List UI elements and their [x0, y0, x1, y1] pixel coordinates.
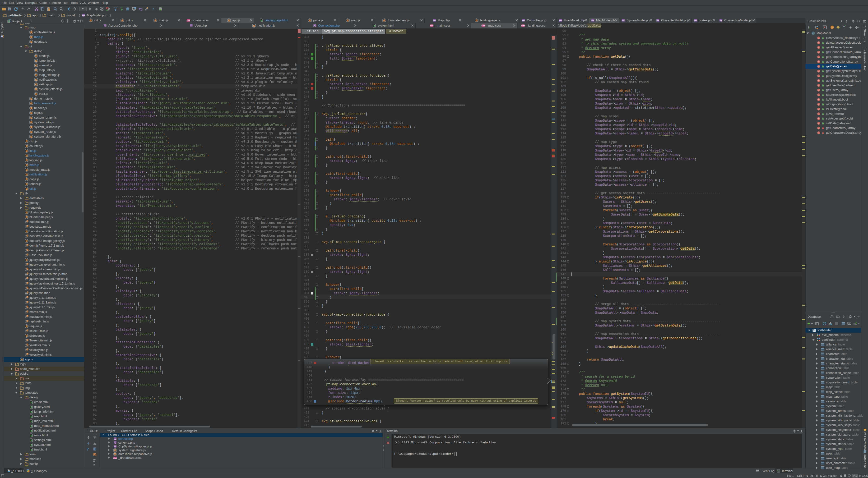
- svg-text:m: m: [818, 37, 819, 39]
- svg-text:QL: QL: [848, 323, 850, 325]
- svg-text:010: 010: [25, 269, 28, 271]
- svg-text:m: m: [818, 127, 819, 129]
- svg-text:JS: JS: [26, 325, 28, 327]
- svg-text:?: ?: [153, 7, 154, 11]
- svg-text:>_: >_: [777, 470, 780, 472]
- svg-text:php: php: [694, 20, 697, 21]
- svg-text:010: 010: [25, 308, 28, 309]
- svg-text:SASS: SASS: [482, 25, 485, 27]
- svg-text:JS: JS: [26, 145, 28, 147]
- svg-text:JS: JS: [26, 188, 28, 190]
- svg-text:SASS: SASS: [186, 20, 190, 21]
- svg-text:JS: JS: [27, 245, 28, 246]
- svg-text:JS: JS: [31, 41, 33, 43]
- svg-text:JS: JS: [27, 263, 28, 265]
- svg-text:JS: JS: [31, 131, 33, 133]
- svg-text:JS: JS: [309, 20, 311, 21]
- svg-text:JS: JS: [26, 183, 28, 185]
- svg-text:JS: JS: [26, 212, 28, 213]
- svg-text:m: m: [818, 56, 819, 58]
- svg-text:VCS: VCS: [114, 7, 117, 8]
- svg-text:m: m: [818, 94, 819, 96]
- svg-text:JS: JS: [27, 344, 28, 346]
- svg-text:JS: JS: [27, 254, 28, 255]
- svg-text:m: m: [818, 132, 819, 134]
- svg-text:JS: JS: [27, 287, 28, 289]
- svg-text:JS: JS: [26, 155, 28, 157]
- svg-text:JS: JS: [27, 301, 28, 303]
- svg-text:JS: JS: [31, 98, 33, 100]
- svg-text:php: php: [657, 20, 659, 21]
- svg-text:JS: JS: [114, 453, 117, 455]
- svg-text:m: m: [818, 46, 819, 49]
- svg-text:JS: JS: [31, 126, 33, 128]
- svg-text:JS: JS: [27, 292, 28, 293]
- svg-text:php: php: [720, 20, 722, 21]
- svg-text:m: m: [818, 42, 819, 44]
- svg-text:JS: JS: [26, 150, 28, 152]
- svg-text:JS: JS: [228, 20, 230, 21]
- svg-text:010: 010: [25, 251, 28, 252]
- svg-text:JS: JS: [27, 278, 28, 279]
- svg-text:010: 010: [25, 303, 28, 305]
- svg-text:010: 010: [25, 350, 28, 352]
- svg-text:010: 010: [25, 284, 28, 285]
- svg-text:JS: JS: [27, 339, 28, 341]
- svg-text:JS: JS: [27, 268, 28, 269]
- svg-text:010: 010: [25, 346, 28, 347]
- svg-text:JS: JS: [35, 89, 37, 90]
- svg-text:m: m: [818, 118, 819, 120]
- svg-text:SASS: SASS: [114, 457, 117, 459]
- svg-text:JS: JS: [27, 273, 28, 274]
- svg-text:JS: JS: [35, 84, 37, 85]
- svg-text:JS: JS: [26, 160, 28, 161]
- svg-text:JS: JS: [90, 20, 92, 21]
- svg-text:php: php: [82, 15, 85, 16]
- svg-text:m: m: [818, 103, 819, 105]
- svg-text:010: 010: [25, 227, 28, 229]
- svg-text:m: m: [818, 99, 819, 101]
- svg-text:php: php: [114, 446, 117, 447]
- svg-text:JS: JS: [27, 311, 28, 312]
- svg-text:m: m: [818, 113, 819, 115]
- svg-text:JS: JS: [26, 169, 28, 171]
- svg-text:php: php: [313, 25, 316, 27]
- svg-text:JS: JS: [31, 32, 33, 33]
- svg-text:m: m: [818, 80, 819, 82]
- svg-text:JS: JS: [31, 103, 33, 104]
- svg-text:010: 010: [25, 312, 28, 314]
- svg-text:JS: JS: [27, 316, 28, 317]
- svg-text:m: m: [818, 61, 819, 63]
- svg-text:JS: JS: [35, 69, 37, 71]
- svg-text:A: A: [61, 8, 62, 10]
- svg-text:010: 010: [25, 341, 28, 342]
- svg-text:JS: JS: [114, 450, 117, 451]
- svg-text:JS: JS: [26, 164, 28, 166]
- svg-text:f: f: [832, 26, 833, 29]
- svg-text:JS: JS: [253, 25, 255, 27]
- svg-text:m: m: [818, 108, 819, 110]
- svg-text:m: m: [818, 85, 819, 87]
- svg-text:C: C: [812, 32, 814, 35]
- svg-text:JS: JS: [27, 297, 28, 298]
- svg-text:php: php: [522, 20, 525, 21]
- svg-text:JS: JS: [347, 20, 349, 21]
- svg-text:JS: JS: [27, 330, 28, 331]
- svg-text:010: 010: [25, 289, 28, 290]
- svg-text:JS: JS: [27, 306, 28, 308]
- svg-text:JS: JS: [31, 136, 33, 137]
- svg-text:010: 010: [25, 322, 28, 323]
- svg-text:VCS: VCS: [120, 7, 124, 8]
- svg-text:JS: JS: [35, 74, 37, 76]
- svg-text:m: m: [818, 122, 819, 125]
- svg-text:JS: JS: [35, 79, 37, 81]
- svg-text:JS: JS: [26, 240, 28, 242]
- svg-text:JS: JS: [27, 349, 28, 350]
- svg-text:JS: JS: [35, 93, 37, 95]
- svg-text:JS: JS: [26, 259, 28, 261]
- svg-text:010: 010: [25, 222, 28, 224]
- svg-text:php: php: [433, 20, 436, 21]
- svg-text:php: php: [114, 442, 117, 444]
- svg-text:JS: JS: [27, 221, 28, 222]
- svg-text:php: php: [1, 36, 3, 37]
